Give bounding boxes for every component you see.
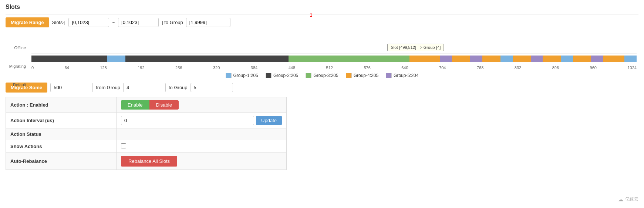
to-group-input[interactable] xyxy=(190,83,233,92)
disable-button[interactable]: Disable xyxy=(149,100,179,110)
enable-button[interactable]: Enable xyxy=(121,100,149,110)
bar-group4-6 xyxy=(573,56,591,62)
slots-start-input[interactable] xyxy=(68,18,109,27)
show-actions-checkbox[interactable] xyxy=(121,143,126,148)
bar-group4-4 xyxy=(513,56,531,62)
action-interval-label: Action Interval (us) xyxy=(6,113,117,128)
slots-prefix-label: Slots-[ xyxy=(52,20,66,25)
action-enabled-row: Action : Enabled Enable Disable xyxy=(6,97,287,113)
bar-group3-1 xyxy=(289,56,409,62)
bar-group1-1 xyxy=(107,56,125,62)
show-actions-label: Show Actions xyxy=(6,140,117,153)
actions-table: Action : Enabled Enable Disable Action I… xyxy=(6,97,287,170)
show-actions-row: Show Actions xyxy=(6,140,287,153)
bar-group5-1 xyxy=(440,56,452,62)
to-group-label-some: to Group xyxy=(169,85,188,90)
from-group-label: from Group xyxy=(96,85,120,90)
bar-group4-1 xyxy=(422,56,440,62)
bar-group4-3 xyxy=(482,56,500,62)
migrate-count-input[interactable] xyxy=(50,83,93,92)
to-group-label: ] to Group xyxy=(162,20,183,25)
slot-tooltip: Slot-[499,512] --> Group-[4] xyxy=(387,44,444,51)
tilde-label: ~ xyxy=(112,20,115,25)
action-enabled-value: Enable Disable xyxy=(117,97,287,113)
bar-group2-2 xyxy=(125,56,289,62)
default-bar-row: Slot-[499,512] --> Group-[4] xyxy=(31,54,637,64)
bar-group5-4 xyxy=(591,56,603,62)
action-status-row: Action Status xyxy=(6,128,287,140)
auto-rebalance-value: Rebalance All Slots xyxy=(117,153,287,170)
annotation-1: 1 xyxy=(310,13,313,18)
offline-bar-row xyxy=(31,33,637,43)
update-row: Update xyxy=(121,116,282,125)
slots-end-input[interactable] xyxy=(118,18,159,27)
action-status-label: Action Status xyxy=(6,128,117,140)
migrate-range-button[interactable]: Migrate Range xyxy=(6,17,49,27)
auto-rebalance-row: Auto-Rebalance Rebalance All Slots xyxy=(6,153,287,170)
legend-group2: Group-2:205 xyxy=(266,73,298,78)
y-label-offline: Offline xyxy=(6,46,28,50)
rebalance-button[interactable]: Rebalance All Slots xyxy=(121,156,177,167)
bar-group4-2 xyxy=(452,56,470,62)
bar-group1-2 xyxy=(500,56,513,62)
bar-group1-4 xyxy=(624,56,637,62)
interval-input[interactable] xyxy=(121,116,254,125)
bar-group5-3 xyxy=(531,56,543,62)
enable-disable-group: Enable Disable xyxy=(121,100,282,110)
y-label-migrating: Migrating xyxy=(6,64,28,68)
bar-group2-1 xyxy=(31,56,107,62)
legend-group5: Group-5:204 xyxy=(386,73,418,78)
y-label-default: Default xyxy=(6,83,28,87)
x-axis: 064128192256 320384448512576 64070476883… xyxy=(31,66,637,70)
bar-group4-7 xyxy=(603,56,624,62)
bar-group4-tooltip-area: Slot-[499,512] --> Group-[4] xyxy=(409,56,422,62)
auto-rebalance-label: Auto-Rebalance xyxy=(6,153,117,170)
from-group-input[interactable] xyxy=(123,83,166,92)
action-interval-value: Update xyxy=(117,113,287,128)
legend-group3: Group-3:205 xyxy=(306,73,338,78)
show-actions-value xyxy=(117,140,287,153)
migrating-bar-row xyxy=(31,43,637,54)
page-title: Slots xyxy=(6,4,638,10)
update-button[interactable]: Update xyxy=(256,116,282,125)
action-status-value xyxy=(117,128,287,140)
action-interval-row: Action Interval (us) Update xyxy=(6,113,287,128)
bar-group1-3 xyxy=(561,56,573,62)
legend-group1: Group-1:205 xyxy=(226,73,258,78)
bar-group4-5 xyxy=(543,56,561,62)
legend-group4: Group-4:205 xyxy=(346,73,378,78)
bar-group5-2 xyxy=(470,56,482,62)
group-input[interactable] xyxy=(186,18,230,27)
